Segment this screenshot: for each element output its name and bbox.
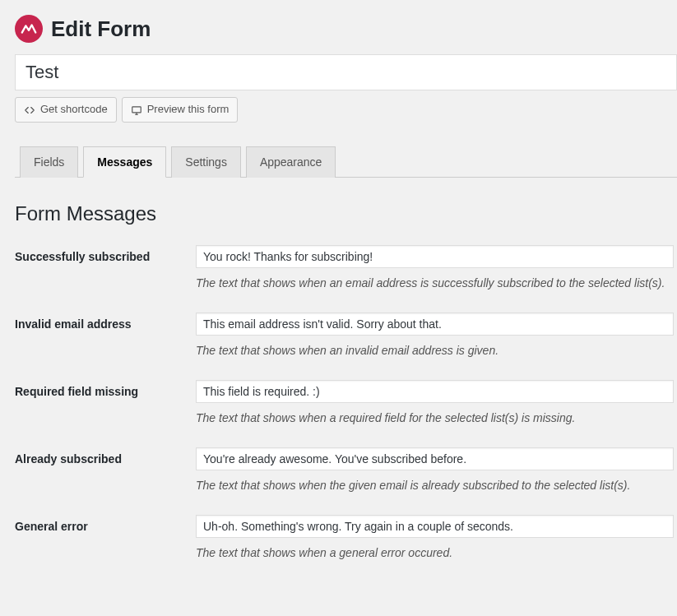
help-required: The text that shows when a required fiel… bbox=[196, 411, 674, 424]
row-error: General error The text that shows when a… bbox=[15, 515, 677, 559]
tab-messages[interactable]: Messages bbox=[83, 146, 166, 178]
label-required: Required field missing bbox=[15, 380, 196, 398]
preview-form-button[interactable]: Preview this form bbox=[122, 97, 239, 123]
page-header: Edit Form bbox=[15, 15, 677, 43]
page-title: Edit Form bbox=[51, 16, 151, 42]
input-success[interactable] bbox=[196, 245, 674, 268]
tab-nav: Fields Messages Settings Appearance bbox=[15, 146, 677, 178]
tab-appearance[interactable]: Appearance bbox=[246, 146, 336, 178]
input-already[interactable] bbox=[196, 447, 674, 470]
help-already: The text that shows when the given email… bbox=[196, 479, 674, 492]
preview-form-label: Preview this form bbox=[147, 101, 230, 118]
input-error[interactable] bbox=[196, 515, 674, 538]
get-shortcode-label: Get shortcode bbox=[40, 101, 108, 118]
row-already: Already subscribed The text that shows w… bbox=[15, 447, 677, 492]
help-success: The text that shows when an email addres… bbox=[196, 276, 674, 289]
app-logo bbox=[15, 15, 43, 43]
preview-icon bbox=[131, 104, 142, 116]
action-buttons: Get shortcode Preview this form bbox=[15, 97, 677, 123]
help-invalid: The text that shows when an invalid emai… bbox=[196, 344, 674, 357]
form-name-input[interactable] bbox=[15, 54, 677, 90]
input-required[interactable] bbox=[196, 380, 674, 403]
row-invalid: Invalid email address The text that show… bbox=[15, 313, 677, 357]
input-invalid[interactable] bbox=[196, 313, 674, 336]
tab-settings[interactable]: Settings bbox=[171, 146, 241, 178]
svg-rect-0 bbox=[132, 107, 141, 113]
mailchimp-icon bbox=[20, 20, 38, 38]
get-shortcode-button[interactable]: Get shortcode bbox=[15, 97, 117, 123]
code-icon bbox=[24, 104, 35, 116]
label-already: Already subscribed bbox=[15, 447, 196, 465]
tab-fields[interactable]: Fields bbox=[20, 146, 78, 178]
row-required: Required field missing The text that sho… bbox=[15, 380, 677, 424]
row-success: Successfully subscribed The text that sh… bbox=[15, 245, 677, 289]
section-title: Form Messages bbox=[15, 202, 677, 225]
label-error: General error bbox=[15, 515, 196, 533]
label-invalid: Invalid email address bbox=[15, 313, 196, 331]
label-success: Successfully subscribed bbox=[15, 245, 196, 263]
help-error: The text that shows when a general error… bbox=[196, 546, 674, 559]
